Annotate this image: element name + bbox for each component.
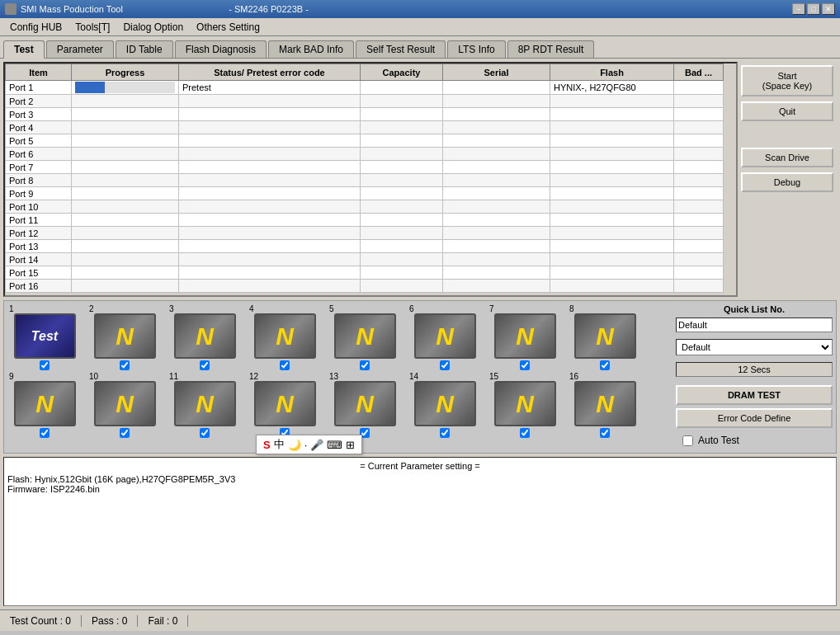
port-checkbox-15[interactable] <box>520 428 530 438</box>
ime-win[interactable]: ⊞ <box>346 439 355 451</box>
port-icon-13[interactable]: N <box>334 381 396 426</box>
status-pass: Pass : 0 <box>82 615 138 627</box>
col-progress: Progress <box>72 64 179 81</box>
port-item: 8N <box>568 304 642 370</box>
menu-others-setting[interactable]: Others Setting <box>190 20 267 35</box>
col-serial: Serial <box>443 64 550 81</box>
menu-config-hub[interactable]: Config HUB <box>3 20 68 35</box>
port-checkbox-9[interactable] <box>40 428 50 438</box>
maximize-button[interactable]: □ <box>807 3 820 15</box>
port-checkbox-2[interactable] <box>120 360 130 370</box>
table-row: Port 4 <box>6 121 724 134</box>
port-icon-9[interactable]: N <box>14 381 76 426</box>
port-icon-11[interactable]: N <box>174 381 236 426</box>
port-checkbox-7[interactable] <box>520 360 530 370</box>
port-checkbox-5[interactable] <box>360 360 370 370</box>
status-test-count: Test Count : 0 <box>7 615 82 627</box>
port-icon-3[interactable]: N <box>174 313 236 359</box>
col-item: Item <box>6 64 72 81</box>
port-item: 5N <box>328 304 402 370</box>
table-row: Port 2 <box>6 95 724 108</box>
port-icon-6[interactable]: N <box>414 313 476 359</box>
port-icon-1[interactable]: Test <box>14 313 76 359</box>
port-checkbox-14[interactable] <box>440 428 450 438</box>
port-icon-12[interactable]: N <box>254 381 316 426</box>
table-row: Port 5 <box>6 134 724 148</box>
port-item: 13N <box>328 372 402 438</box>
param-firmware: Firmware: ISP2246.bin <box>7 484 833 494</box>
table-row: Port 11 <box>6 214 724 227</box>
port-item: 15N <box>488 372 562 438</box>
tab-lts-info[interactable]: LTS Info <box>447 40 505 58</box>
port-icon-8[interactable]: N <box>574 313 636 359</box>
port-icon-10[interactable]: N <box>94 381 156 426</box>
port-item: 12N <box>248 372 322 438</box>
table-row: Port 6 <box>6 148 724 161</box>
ime-zh[interactable]: 中 <box>274 437 285 452</box>
tab-id-table[interactable]: ID Table <box>116 40 173 58</box>
quick-list-select[interactable]: Default <box>676 339 833 355</box>
debug-button[interactable]: Debug <box>741 172 833 192</box>
ports-section: 1Test2N3N4N5N6N7N8N9N10N11N12N13N14N15N1… <box>3 300 837 454</box>
param-title: = Current Parameter setting = <box>7 461 833 471</box>
auto-test-checkbox[interactable] <box>682 435 693 446</box>
port-checkbox-11[interactable] <box>200 428 210 438</box>
ime-s[interactable]: S <box>263 439 271 451</box>
dram-test-button[interactable]: DRAM TEST <box>676 385 833 405</box>
tab-flash-diagnosis[interactable]: Flash Diagnosis <box>175 40 267 58</box>
port-checkbox-8[interactable] <box>600 360 610 370</box>
minimize-button[interactable]: − <box>792 3 805 15</box>
tab-parameter[interactable]: Parameter <box>46 40 114 58</box>
port-checkbox-6[interactable] <box>440 360 450 370</box>
port-icon-15[interactable]: N <box>494 381 556 426</box>
title-bar: SMI Mass Poduction Tool - SM2246 P0223B … <box>0 0 840 18</box>
app-title: SMI Mass Poduction Tool - SM2246 P0223B … <box>21 4 792 14</box>
tab-test[interactable]: Test <box>3 40 45 59</box>
port-checkbox-16[interactable] <box>600 428 610 438</box>
table-wrapper: Item Progress Status/ Pretest error code… <box>3 62 738 297</box>
port-checkbox-4[interactable] <box>280 360 290 370</box>
tab-8p-rdt-result[interactable]: 8P RDT Result <box>507 40 595 58</box>
port-checkbox-10[interactable] <box>120 428 130 438</box>
bottom-section: = Current Parameter setting = Flash: Hyn… <box>3 457 837 606</box>
table-area: Item Progress Status/ Pretest error code… <box>3 62 837 297</box>
menu-dialog-option[interactable]: Dialog Option <box>116 20 190 35</box>
ime-moon[interactable]: 🌙 <box>288 439 301 451</box>
port-checkbox-1[interactable] <box>40 360 50 370</box>
port-icon-16[interactable]: N <box>574 381 636 426</box>
port-item: 2N <box>87 304 162 370</box>
menu-tools[interactable]: Tools[T] <box>68 20 116 35</box>
param-box: = Current Parameter setting = Flash: Hyn… <box>3 457 837 606</box>
table-row: Port 16 <box>6 280 724 293</box>
status-bar: Test Count : 0 Pass : 0 Fail : 0 <box>0 609 840 631</box>
table-row: Port 10 <box>6 200 724 214</box>
port-icon-7[interactable]: N <box>494 313 556 359</box>
port-icon-14[interactable]: N <box>414 381 476 426</box>
close-button[interactable]: ✕ <box>822 3 835 15</box>
ime-dot[interactable]: · <box>304 439 308 451</box>
port-item: 7N <box>488 304 562 370</box>
main-content: Item Progress Status/ Pretest error code… <box>0 59 840 609</box>
port-checkbox-3[interactable] <box>200 360 210 370</box>
port-item: 4N <box>248 304 322 370</box>
error-code-button[interactable]: Error Code Define <box>676 408 833 428</box>
ime-mic[interactable]: 🎤 <box>310 439 323 451</box>
start-button[interactable]: Start(Space Key) <box>741 65 833 96</box>
quick-secs: 12 Secs <box>676 362 833 377</box>
table-row: Port 12 <box>6 227 724 240</box>
ime-keyboard[interactable]: ⌨ <box>327 439 342 451</box>
quick-list-input1[interactable] <box>676 318 833 332</box>
scan-drive-button[interactable]: Scan Drive <box>741 148 833 167</box>
tab-mark-bad-info[interactable]: Mark BAD Info <box>268 40 354 58</box>
tab-self-test-result[interactable]: Self Test Result <box>356 40 446 58</box>
port-item: 6N <box>408 304 482 370</box>
quit-button[interactable]: Quit <box>741 101 833 121</box>
port-icon-2[interactable]: N <box>94 313 156 359</box>
quick-list-label: Quick List No. <box>676 304 833 314</box>
col-bad: Bad ... <box>674 64 724 81</box>
port-icon-4[interactable]: N <box>254 313 316 359</box>
port-icon-5[interactable]: N <box>334 313 396 359</box>
param-flash: Flash: Hynix,512Gbit (16K page),H27QFG8P… <box>7 474 833 484</box>
col-capacity: Capacity <box>361 64 443 81</box>
table-row: Port 7 <box>6 161 724 174</box>
